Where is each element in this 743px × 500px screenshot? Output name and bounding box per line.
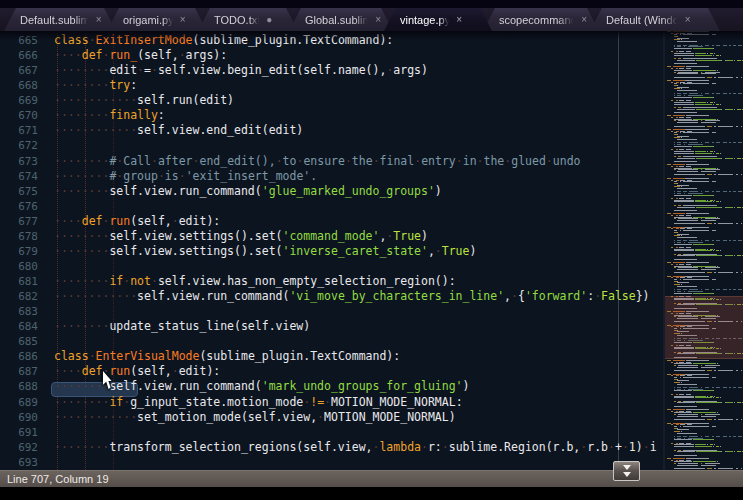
code-line[interactable]: 692········transform_selection_regions(s…: [0, 440, 663, 455]
line-number: 670: [0, 108, 54, 123]
tab-label: Default.sublim: [20, 14, 90, 26]
code-line[interactable]: 669············self.run(edit): [0, 93, 663, 108]
minimap-viewport[interactable]: [665, 296, 743, 359]
code-line[interactable]: 693: [0, 455, 663, 470]
tab-default-windows[interactable]: Default (Windo ×: [590, 8, 720, 31]
line-number: 676: [0, 199, 54, 214]
line-number: 685: [0, 334, 54, 349]
code-line[interactable]: 680: [0, 259, 663, 274]
line-number: 682: [0, 289, 54, 304]
sublime-text-window: Default.sublim × origami.py × TODO.txt ●…: [0, 0, 743, 500]
line-number: 684: [0, 319, 54, 334]
line-number: 688: [0, 379, 54, 394]
code-line[interactable]: 678········self.view.settings().set('com…: [0, 229, 663, 244]
line-number: 689: [0, 395, 54, 410]
line-number: 677: [0, 214, 54, 229]
line-number: 692: [0, 440, 54, 455]
code-line[interactable]: 676: [0, 199, 663, 214]
line-number: 671: [0, 123, 54, 138]
tab-label: Global.sublime: [305, 14, 369, 26]
line-number: 679: [0, 244, 54, 259]
double-down-arrow-icon: [623, 465, 631, 470]
line-number: 683: [0, 304, 54, 319]
code-line[interactable]: 679········self.view.settings().set('inv…: [0, 244, 663, 259]
double-down-arrow-icon: [623, 472, 631, 477]
code-line[interactable]: 675········self.view.run_command('glue_m…: [0, 184, 663, 199]
code-line[interactable]: 670········finally:: [0, 108, 663, 123]
tab-modified-icon[interactable]: ●: [266, 15, 272, 25]
scroll-down-button[interactable]: [613, 461, 640, 481]
code-line[interactable]: 668········try:: [0, 78, 663, 93]
line-number: 668: [0, 78, 54, 93]
tab-close-icon[interactable]: ×: [96, 15, 102, 25]
tab-close-icon[interactable]: ×: [180, 15, 186, 25]
line-number: 673: [0, 154, 54, 169]
editor[interactable]: 665class·ExitInsertMode(sublime_plugin.T…: [0, 31, 663, 470]
line-number: 693: [0, 455, 54, 470]
code-line[interactable]: 666····def·run_(self,·args):: [0, 48, 663, 63]
minimap[interactable]: [663, 31, 743, 470]
line-number: 678: [0, 229, 54, 244]
tab-bar: Default.sublim × origami.py × TODO.txt ●…: [0, 0, 743, 31]
tab-origami-py[interactable]: origami.py ×: [107, 8, 207, 31]
tab-default-sublime[interactable]: Default.sublim ×: [4, 8, 116, 31]
line-number: 690: [0, 410, 54, 425]
minimap-content: [665, 31, 743, 470]
line-number: 681: [0, 274, 54, 289]
line-number: 680: [0, 259, 54, 274]
line-number: 686: [0, 349, 54, 364]
code-line[interactable]: 685: [0, 334, 663, 349]
tab-label: TODO.txt: [214, 14, 260, 26]
line-number: 672: [0, 138, 54, 153]
line-number: 675: [0, 184, 54, 199]
tab-label: origami.py: [123, 14, 174, 26]
tab-label: Default (Windo: [606, 14, 679, 26]
code-line[interactable]: 690············set_motion_mode(self.view…: [0, 410, 663, 425]
code-line[interactable]: 673········#·Call·after·end_edit(),·to·e…: [0, 154, 663, 169]
tab-todo-txt[interactable]: TODO.txt ●: [198, 8, 298, 31]
line-number: 674: [0, 169, 54, 184]
code-line[interactable]: 691: [0, 425, 663, 440]
line-number: 691: [0, 425, 54, 440]
line-number: 669: [0, 93, 54, 108]
line-number: 665: [0, 33, 54, 48]
mouse-cursor-icon: [103, 371, 115, 389]
code-line[interactable]: 671············self.view.end_edit(edit): [0, 123, 663, 138]
code-line[interactable]: 682············self.view.run_command('vi…: [0, 289, 663, 304]
line-number: 667: [0, 63, 54, 78]
line-number: 687: [0, 364, 54, 379]
tab-label: vintage.py: [400, 14, 450, 26]
tab-vintage-py[interactable]: vintage.py ×: [384, 8, 492, 31]
tab-global-sublime[interactable]: Global.sublime ×: [289, 8, 393, 31]
code-line[interactable]: 688········self.view.run_command('mark_u…: [0, 379, 663, 394]
tab-scopecommand[interactable]: scopecommand ×: [483, 8, 599, 31]
code-line[interactable]: 683: [0, 304, 663, 319]
code-line[interactable]: 686class·EnterVisualMode(sublime_plugin.…: [0, 349, 663, 364]
code-lines: 665class·ExitInsertMode(sublime_plugin.T…: [0, 33, 663, 470]
tab-close-icon[interactable]: ×: [685, 15, 691, 25]
code-line[interactable]: 687····def·run(self,·edit):: [0, 364, 663, 379]
code-line[interactable]: 689········if·g_input_state.motion_mode·…: [0, 395, 663, 410]
code-line[interactable]: 667········edit·=·self.view.begin_edit(s…: [0, 63, 663, 78]
tab-close-icon[interactable]: ×: [581, 15, 587, 25]
code-line[interactable]: 674········#·group·is·'exit_insert_mode'…: [0, 169, 663, 184]
line-number: 666: [0, 48, 54, 63]
code-line[interactable]: 677····def·run(self,·edit):: [0, 214, 663, 229]
code-line[interactable]: 665class·ExitInsertMode(sublime_plugin.T…: [0, 33, 663, 48]
code-line[interactable]: 684········update_status_line(self.view): [0, 319, 663, 334]
code-line[interactable]: 681········if·not·self.view.has_non_empt…: [0, 274, 663, 289]
caret-position-text: Line 707, Column 19: [7, 473, 109, 485]
tab-close-icon[interactable]: ×: [456, 15, 462, 25]
tab-close-icon[interactable]: ×: [375, 15, 381, 25]
tab-strip: Default.sublim × origami.py × TODO.txt ●…: [4, 8, 711, 31]
code-line[interactable]: 672: [0, 138, 663, 153]
tab-label: scopecommand: [499, 14, 575, 26]
bottom-strip: [0, 487, 743, 500]
